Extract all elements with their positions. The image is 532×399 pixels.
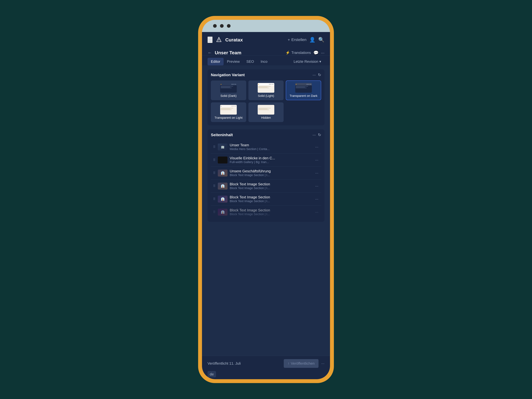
nav-card-preview-solid-light [258, 83, 274, 93]
list-item[interactable]: ⠿ Visuelle Einblicke in den C... Full-wi… [211, 153, 321, 166]
tab-seo[interactable]: SEO [243, 58, 257, 65]
list-item[interactable]: ⠿ 👔 Block Text Image Section Block Text … [211, 206, 321, 218]
item-more-btn-3[interactable]: ··· [315, 170, 319, 176]
plus-icon: + [288, 38, 290, 42]
item-info-3: Unsere Geschäftsführung Block Text Image… [230, 169, 312, 177]
item-desc-1: Media Hero Section | Conta... [230, 147, 312, 151]
page-header: ← Unser Team ⚡ Translations 💬 ··· [202, 48, 330, 56]
brand-name: Curatax [225, 37, 285, 43]
nav-variant-title: Navigation Variant [211, 73, 245, 77]
tab-revision-label: Letzte Revision [294, 59, 318, 64]
comment-button[interactable]: 💬 [313, 50, 318, 55]
nav-card-label-solid-dark: Solid (Dark) [220, 94, 236, 98]
hamburger-button[interactable]: ☰ [208, 37, 213, 43]
lang-badge: de [208, 371, 216, 377]
translations-label: Translations [291, 51, 311, 55]
item-name-4: Block Text Image Section [230, 182, 312, 186]
back-button[interactable]: ← [208, 50, 212, 55]
create-button[interactable]: + Erstellen [288, 38, 306, 42]
nav-variant-more-button[interactable]: ··· [313, 73, 316, 77]
top-nav: ☰ Curatax + Erstellen 👤 🔍 [202, 32, 330, 48]
item-more-btn-1[interactable]: ··· [315, 144, 319, 150]
create-label: Erstellen [291, 38, 306, 42]
drag-handle-4[interactable]: ⠿ [213, 184, 215, 188]
item-thumb-5: 👔 [218, 196, 228, 203]
item-info-1: Unser Team Media Hero Section | Conta... [230, 143, 312, 151]
bottom-more-button[interactable]: ··· [321, 361, 324, 366]
item-desc-4: Block Text Image Section | I... [230, 186, 312, 190]
tab-editor[interactable]: Editor [208, 58, 224, 65]
drag-handle-3[interactable]: ⠿ [213, 171, 215, 175]
lang-bar: de [202, 371, 330, 379]
header-icons: ⚡ Translations 💬 ··· [285, 50, 324, 55]
publish-label: Veröffentlichen [291, 361, 315, 366]
drag-handle-1[interactable]: ⠿ [213, 145, 215, 149]
item-thumb-6: 👔 [218, 209, 228, 215]
drag-handle-6[interactable]: ⠿ [213, 210, 215, 214]
item-desc-2: Full-width Gallery | Bg: tran... [230, 160, 312, 164]
seiteninhalt-actions: ··· ↻ [313, 133, 321, 137]
item-name-2: Visuelle Einblicke in den C... [230, 156, 312, 160]
person-icon-button[interactable]: 👤 [309, 37, 316, 43]
item-name-6: Block Text Image Section [230, 208, 312, 212]
list-item[interactable]: ⠿ 👔 Block Text Image Section Block Text … [211, 193, 321, 206]
list-item[interactable]: ⠿ 👔 Unsere Geschäftsführung Block Text I… [211, 166, 321, 180]
content-area[interactable]: Navigation Variant ··· ↻ [202, 65, 330, 356]
nav-card-preview-hidden [258, 105, 274, 114]
tab-preview[interactable]: Preview [224, 58, 243, 65]
published-status: Veröffentlicht 11. Juli [208, 361, 281, 366]
more-button-header[interactable]: ··· [321, 51, 324, 55]
drag-handle-2[interactable]: ⠿ [213, 158, 215, 162]
item-more-btn-5[interactable]: ··· [315, 196, 319, 202]
publish-button[interactable]: ↑ Veröffentlichen [284, 359, 318, 368]
item-more-btn-2[interactable]: ··· [315, 157, 319, 163]
bottom-bar: Veröffentlicht 11. Juli ↑ Veröffentliche… [202, 356, 330, 371]
nav-card-solid-light[interactable]: Solid (Light) [248, 81, 284, 100]
item-more-btn-4[interactable]: ··· [315, 183, 319, 189]
nav-card-transparent-dark[interactable]: Transparent on Dark [286, 81, 321, 100]
seiteninhalt-header: Seiteninhalt ··· ↻ [211, 133, 321, 137]
nav-card-label-hidden: Hidden [261, 116, 271, 120]
page-title: Unser Team [215, 50, 283, 55]
phone-inner: ☰ Curatax + Erstellen 👤 🔍 ← [202, 20, 330, 379]
list-item[interactable]: ⠿ 🏢 Unser Team Media Hero Section | Cont… [211, 140, 321, 153]
item-name-3: Unsere Geschäftsführung [230, 169, 312, 173]
search-icon-button[interactable]: 🔍 [318, 37, 324, 43]
chevron-down-icon: ▾ [319, 59, 321, 64]
nav-card-label-transparent-light: Transparent on Light [215, 116, 242, 120]
nav-card-hidden[interactable]: Hidden [248, 102, 284, 122]
list-item[interactable]: ⠿ 👔 Block Text Image Section Block Text … [211, 180, 321, 193]
translations-button[interactable]: ⚡ Translations [285, 51, 311, 55]
nav-card-label-solid-light: Solid (Light) [258, 94, 274, 98]
dot-3 [227, 24, 231, 28]
publish-icon: ↑ [288, 361, 289, 366]
seiteninhalt-more-button[interactable]: ··· [313, 133, 316, 137]
navigation-variant-section: Navigation Variant ··· ↻ [208, 69, 324, 125]
item-desc-5: Block Text Image Section | I... [230, 199, 312, 203]
item-thumb-3: 👔 [218, 170, 228, 177]
seiteninhalt-title: Seiteninhalt [211, 133, 233, 137]
item-info-5: Block Text Image Section Block Text Imag… [230, 195, 312, 203]
tab-revision[interactable]: Letzte Revision ▾ [290, 58, 324, 65]
nav-card-preview-transparent-dark [295, 83, 312, 93]
seiteninhalt-section: Seiteninhalt ··· ↻ ⠿ 🏢 [208, 129, 324, 222]
dot-2 [220, 24, 224, 28]
item-info-2: Visuelle Einblicke in den C... Full-widt… [230, 156, 312, 164]
tab-inco[interactable]: Inco [257, 58, 271, 65]
nav-variant-header: Navigation Variant ··· ↻ [211, 73, 321, 77]
item-desc-6: Block Text Image Section | I... [230, 212, 312, 216]
item-thumb-4: 👔 [218, 183, 228, 190]
item-thumb-1: 🏢 [218, 144, 228, 151]
item-more-btn-6[interactable]: ··· [315, 209, 319, 215]
translate-icon: ⚡ [285, 51, 290, 55]
nav-variant-refresh-button[interactable]: ↻ [318, 73, 321, 77]
nav-card-transparent-light[interactable]: Transparent on Light [211, 102, 246, 122]
item-info-6: Block Text Image Section Block Text Imag… [230, 208, 312, 216]
drag-handle-5[interactable]: ⠿ [213, 197, 215, 201]
item-desc-3: Block Text Image Section | I... [230, 173, 312, 177]
item-info-4: Block Text Image Section Block Text Imag… [230, 182, 312, 190]
seiteninhalt-refresh-button[interactable]: ↻ [318, 133, 321, 137]
nav-card-solid-dark[interactable]: Solid (Dark) [211, 81, 246, 100]
tabs-bar: Editor Preview SEO Inco Letzte Revision … [202, 56, 330, 65]
nav-actions: + Erstellen 👤 🔍 [288, 37, 324, 43]
